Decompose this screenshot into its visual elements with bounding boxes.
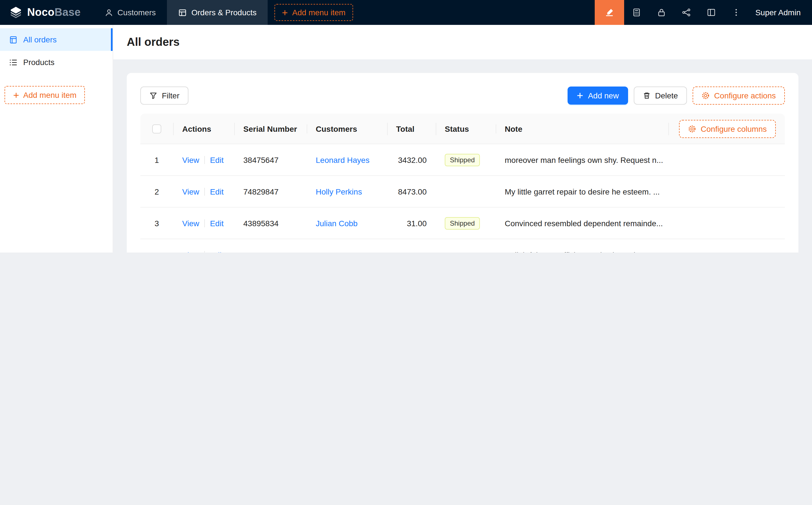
table-row: 2 View Edit 74829847 Holly Perkins 8473.… [140, 176, 785, 207]
column-header-total: Total [387, 124, 436, 133]
edit-link[interactable]: Edit [210, 187, 224, 196]
select-all-checkbox[interactable] [152, 124, 161, 133]
action-divider [204, 251, 205, 252]
current-user[interactable]: Super Admin [749, 8, 812, 17]
view-link[interactable]: View [182, 250, 199, 252]
order-note: Convinced resembled dependent remainde..… [496, 218, 785, 228]
nav-item-orders-products[interactable]: Orders & Products [167, 0, 268, 25]
filter-button[interactable]: Filter [140, 87, 188, 105]
action-divider [204, 219, 205, 227]
ui-editor-button[interactable] [595, 0, 624, 25]
header-actions: Super Admin [595, 0, 812, 25]
logo-text: NocoBase [27, 6, 81, 19]
status-badge: Shipped [445, 217, 480, 229]
add-new-button[interactable]: Add new [567, 87, 628, 105]
table-icon [178, 8, 187, 17]
sidebar-item-label: Products [23, 58, 54, 67]
table-row: 1 View Edit 38475647 Leonard Hayes 3432.… [140, 144, 785, 176]
sidebar: All orders Products Add menu item [0, 25, 113, 252]
column-header-status: Status [436, 124, 496, 133]
trash-icon [643, 92, 651, 100]
more-icon [732, 8, 741, 17]
sidebar-add-menu-item-button[interactable]: Add menu item [5, 86, 85, 104]
view-link[interactable]: View [182, 218, 199, 228]
order-total: 874.00 [387, 250, 436, 252]
serial-number: 43895834 [234, 218, 307, 228]
action-divider [204, 156, 205, 164]
serial-number: 74829847 [234, 187, 307, 196]
api-button[interactable] [674, 0, 699, 25]
serial-number: 38475647 [234, 155, 307, 164]
edit-link[interactable]: Edit [210, 155, 224, 164]
column-header-customers: Customers [307, 124, 387, 133]
filter-icon [149, 92, 157, 100]
order-total: 8473.00 [387, 187, 436, 196]
row-index: 4 [154, 250, 159, 252]
serial-number: 75638347 [234, 250, 307, 252]
highlighter-icon [605, 8, 614, 17]
customer-link[interactable]: Holly Perkins [316, 187, 362, 196]
logo-icon [9, 6, 23, 19]
top-bar: NocoBase Customers Orders & Products [0, 0, 812, 25]
view-link[interactable]: View [182, 187, 199, 196]
lock-icon [657, 8, 666, 17]
calculator-icon [632, 8, 641, 17]
gear-icon [702, 92, 709, 100]
gear-icon [688, 125, 696, 133]
table-row: 3 View Edit 43895834 Julian Cobb 31.00 S… [140, 207, 785, 239]
app-logo[interactable]: NocoBase [0, 6, 93, 19]
delete-button[interactable]: Delete [634, 87, 687, 105]
row-index: 2 [154, 187, 159, 196]
lock-button[interactable] [649, 0, 674, 25]
page: NocoBase Customers Orders & Products [0, 0, 812, 252]
plus-icon [282, 9, 288, 16]
status-badge: Shipped [445, 154, 480, 166]
customer-link[interactable]: Leonard Hayes [316, 155, 370, 164]
header-add-menu-item-button[interactable]: Add menu item [275, 4, 353, 21]
action-divider [204, 187, 205, 195]
configure-actions-button[interactable]: Configure actions [693, 87, 785, 105]
list-icon [9, 58, 17, 66]
orders-table: Actions Serial Number Customers Total St… [140, 114, 785, 252]
nav-item-customers[interactable]: Customers [93, 0, 167, 25]
sidebar-item-label: All orders [23, 35, 56, 44]
order-total: 31.00 [387, 218, 436, 228]
order-total: 3432.00 [387, 155, 436, 164]
table-header-row: Actions Serial Number Customers Total St… [140, 114, 785, 144]
sidebar-item-all-orders[interactable]: All orders [0, 28, 113, 51]
plus-icon [577, 92, 583, 99]
orders-table-card: Filter Add new [127, 73, 798, 252]
row-index: 3 [154, 218, 159, 228]
column-header-actions: Actions [173, 124, 234, 133]
configure-columns-button[interactable]: Configure columns [679, 120, 776, 138]
sidebar-item-products[interactable]: Products [0, 51, 113, 73]
customer-link[interactable]: Julian Cobb [316, 218, 358, 228]
row-index: 1 [154, 155, 159, 164]
order-note: Delightful met sufficient projection ask… [496, 250, 785, 252]
edit-link[interactable]: Edit [210, 218, 224, 228]
order-note: My little garret repair to desire he est… [496, 187, 785, 196]
table-toolbar: Filter Add new [140, 87, 785, 105]
user-icon [104, 8, 113, 17]
calculator-button[interactable] [624, 0, 649, 25]
page-title: All orders [127, 36, 798, 49]
api-nodes-icon [682, 8, 691, 17]
column-header-note: Note [496, 124, 668, 133]
layout-button[interactable] [699, 0, 724, 25]
customer-link[interactable]: Yvette Gross [316, 250, 361, 252]
orders-file-icon [9, 35, 17, 44]
nav-item-label: Customers [117, 8, 156, 17]
more-button[interactable] [724, 0, 749, 25]
page-header: All orders [113, 25, 812, 59]
edit-link[interactable]: Edit [210, 250, 224, 252]
plus-icon [13, 92, 19, 98]
table-row: 4 View Edit 75638347 Yvette Gross 874.00… [140, 239, 785, 252]
column-header-serial-number: Serial Number [234, 124, 307, 133]
order-note: moreover man feelings own shy. Request n… [496, 155, 785, 164]
layout-icon [707, 8, 716, 17]
view-link[interactable]: View [182, 155, 199, 164]
nav-item-label: Orders & Products [191, 8, 256, 17]
